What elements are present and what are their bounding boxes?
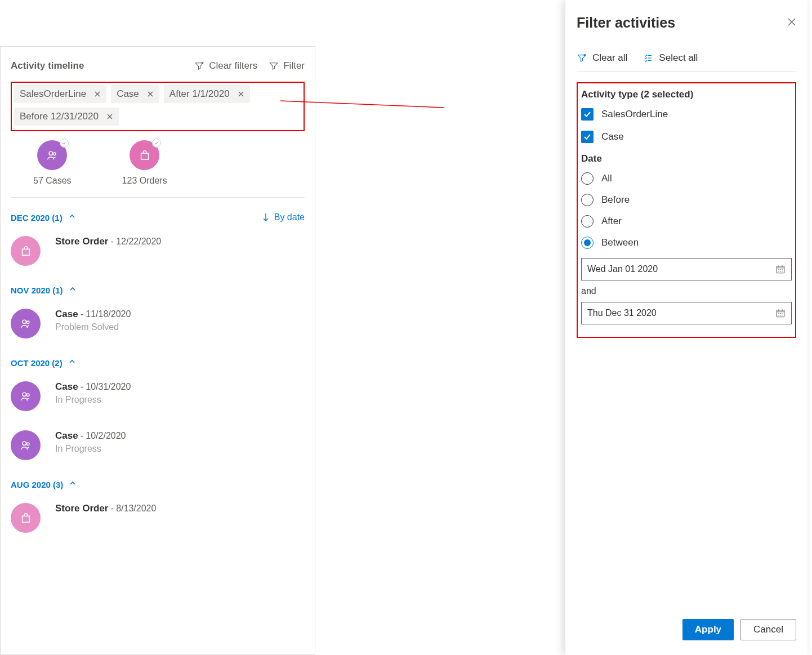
- chevron-up-icon[interactable]: [68, 212, 76, 222]
- date-option-radio[interactable]: Before: [581, 194, 792, 206]
- checkbox-icon: [581, 131, 594, 143]
- checkbox-icon: [581, 108, 594, 121]
- radio-label: After: [601, 216, 622, 227]
- filter-activities-panel: Filter activities Clear all Select all A…: [565, 0, 807, 655]
- month-header[interactable]: OCT 2020 (2): [11, 358, 305, 368]
- activity-type-heading: Activity type (2 selected): [581, 89, 792, 100]
- filter-chip[interactable]: After 1/1/2020: [164, 85, 250, 103]
- activity-item[interactable]: Case-10/2/2020In Progress: [11, 430, 305, 460]
- activity-timeline-panel: Activity timeline Clear filters Filter S…: [0, 46, 315, 655]
- activity-status: In Progress: [55, 395, 131, 405]
- chip-remove-icon[interactable]: [147, 91, 154, 97]
- activity-date: 10/31/2020: [86, 382, 131, 391]
- svg-point-6: [23, 442, 26, 445]
- chevron-up-icon[interactable]: [69, 285, 77, 295]
- timeline-groups: DEC 2020 (1)By dateStore Order-12/22/202…: [11, 212, 305, 533]
- activity-title-line: Store Order-8/13/2020: [55, 503, 156, 514]
- arrow-down-icon: [262, 213, 270, 222]
- svg-point-2: [23, 320, 26, 323]
- svg-point-4: [23, 393, 26, 396]
- activity-icon: [11, 503, 41, 533]
- apply-button[interactable]: Apply: [682, 619, 734, 640]
- radio-label: All: [601, 173, 612, 184]
- person-icon: [20, 439, 32, 452]
- select-all-button[interactable]: Select all: [643, 52, 698, 64]
- summary-cases[interactable]: 57 Cases: [33, 140, 72, 186]
- calendar-icon: [775, 308, 786, 318]
- chip-remove-icon[interactable]: [106, 113, 113, 120]
- month-header[interactable]: AUG 2020 (3): [11, 479, 305, 489]
- filter-button[interactable]: Filter: [269, 60, 305, 72]
- activity-title: Case: [55, 309, 78, 319]
- activity-body: Case-10/31/2020In Progress: [55, 381, 131, 405]
- summary-orders[interactable]: 123 Orders: [122, 140, 167, 186]
- activity-body: Store Order-8/13/2020: [55, 503, 156, 514]
- activity-body: Case-11/18/2020Problem Solved: [55, 309, 131, 332]
- date-to-input[interactable]: Thu Dec 31 2020: [581, 302, 792, 324]
- svg-point-1: [53, 152, 56, 155]
- select-all-label: Select all: [659, 52, 698, 64]
- filter-options-container: Activity type (2 selected) SalesOrderLin…: [577, 82, 796, 338]
- date-option-radio[interactable]: After: [581, 215, 792, 228]
- orders-circle: [130, 140, 159, 170]
- chip-remove-icon[interactable]: [94, 91, 101, 97]
- clear-filters-button[interactable]: Clear filters: [194, 60, 257, 72]
- svg-point-7: [26, 442, 29, 445]
- activity-date: 8/13/2020: [116, 503, 156, 513]
- activity-title: Store Order: [55, 503, 108, 514]
- filter-label: Filter: [283, 60, 305, 72]
- orders-check-badge: [152, 139, 161, 148]
- chip-label: SalesOrderLine: [20, 88, 86, 100]
- date-to-value: Thu Dec 31 2020: [587, 308, 775, 318]
- timeline-title: Activity timeline: [11, 60, 183, 72]
- filter-panel-header: Filter activities: [577, 15, 796, 31]
- date-option-radio[interactable]: Between: [581, 237, 792, 249]
- chip-label: Case: [117, 88, 139, 100]
- orders-count-label: 123 Orders: [122, 176, 167, 186]
- clear-filters-icon: [194, 61, 204, 71]
- filter-chip[interactable]: SalesOrderLine: [14, 85, 106, 103]
- chip-label: Before 12/31/2020: [20, 111, 99, 122]
- clear-all-button[interactable]: Clear all: [577, 52, 627, 64]
- activity-type-checkbox[interactable]: SalesOrderLine: [581, 108, 792, 121]
- activity-title-line: Store Order-12/22/2020: [55, 236, 161, 247]
- activity-title-line: Case-11/18/2020: [55, 309, 131, 320]
- month-label: NOV 2020 (1): [11, 286, 63, 295]
- month-header[interactable]: DEC 2020 (1)By date: [11, 212, 305, 222]
- chip-remove-icon[interactable]: [238, 91, 244, 97]
- clear-filters-label: Clear filters: [209, 60, 257, 72]
- date-from-value: Wed Jan 01 2020: [587, 264, 775, 274]
- activity-icon: [11, 381, 41, 411]
- date-from-input[interactable]: Wed Jan 01 2020: [581, 258, 792, 280]
- cancel-label: Cancel: [753, 624, 783, 635]
- radio-icon: [581, 172, 594, 185]
- activity-item[interactable]: Store Order-8/13/2020: [11, 503, 305, 533]
- chevron-up-icon[interactable]: [69, 479, 77, 489]
- activity-date: 10/2/2020: [86, 431, 126, 440]
- activity-title: Case: [55, 430, 78, 441]
- svg-point-0: [49, 152, 52, 155]
- activity-item[interactable]: Case-11/18/2020Problem Solved: [11, 309, 305, 338]
- filter-panel-footer: Apply Cancel: [577, 619, 796, 640]
- bag-icon: [20, 245, 32, 257]
- activity-type-checkbox[interactable]: Case: [581, 131, 792, 143]
- sort-label: By date: [274, 212, 305, 222]
- date-heading: Date: [581, 153, 792, 164]
- date-option-radio[interactable]: All: [581, 172, 792, 185]
- cancel-button[interactable]: Cancel: [740, 619, 796, 640]
- sort-by-date-button[interactable]: By date: [262, 212, 305, 222]
- checkbox-label: Case: [601, 131, 624, 142]
- close-button[interactable]: [787, 17, 796, 29]
- chevron-up-icon[interactable]: [68, 358, 76, 368]
- filter-chip[interactable]: Before 12/31/2020: [14, 108, 119, 126]
- bag-icon: [20, 512, 32, 524]
- activity-title: Case: [55, 381, 78, 392]
- activity-item[interactable]: Case-10/31/2020In Progress: [11, 381, 305, 411]
- radio-label: Before: [601, 194, 630, 206]
- month-header[interactable]: NOV 2020 (1): [11, 285, 305, 295]
- filter-chip[interactable]: Case: [111, 85, 159, 103]
- activity-date: 12/22/2020: [116, 237, 161, 246]
- chip-label: After 1/1/2020: [169, 88, 230, 100]
- activity-item[interactable]: Store Order-12/22/2020: [11, 236, 305, 266]
- filter-icon: [269, 61, 279, 71]
